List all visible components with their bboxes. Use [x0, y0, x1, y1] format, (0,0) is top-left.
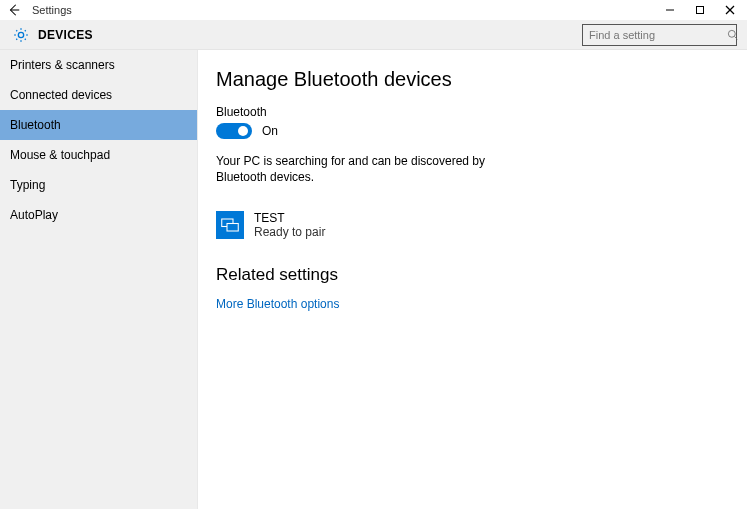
sidebar-item-label: Mouse & touchpad — [10, 148, 110, 162]
window-title: Settings — [32, 4, 72, 16]
sidebar-item-label: AutoPlay — [10, 208, 58, 222]
device-item[interactable]: TEST Ready to pair — [216, 211, 729, 239]
header-bar: DEVICES — [0, 20, 747, 50]
titlebar: Settings — [0, 0, 747, 20]
more-bluetooth-options-link[interactable]: More Bluetooth options — [216, 297, 729, 311]
sidebar-item-label: Bluetooth — [10, 118, 61, 132]
toggle-caption: Bluetooth — [216, 105, 729, 119]
bluetooth-toggle[interactable] — [216, 123, 252, 139]
sidebar: Printers & scanners Connected devices Bl… — [0, 50, 198, 509]
sidebar-item-bluetooth[interactable]: Bluetooth — [0, 110, 197, 140]
sidebar-item-mouse-touchpad[interactable]: Mouse & touchpad — [0, 140, 197, 170]
main-content: Manage Bluetooth devices Bluetooth On Yo… — [198, 50, 747, 509]
device-status: Ready to pair — [254, 225, 325, 239]
sidebar-item-typing[interactable]: Typing — [0, 170, 197, 200]
search-icon — [727, 29, 738, 41]
back-button[interactable] — [2, 0, 26, 20]
svg-rect-1 — [697, 7, 704, 14]
svg-point-4 — [728, 30, 735, 37]
device-name: TEST — [254, 211, 325, 225]
maximize-icon — [695, 5, 705, 15]
search-box[interactable] — [582, 24, 737, 46]
minimize-button[interactable] — [655, 0, 685, 20]
header-title: DEVICES — [38, 28, 93, 42]
sidebar-item-printers-scanners[interactable]: Printers & scanners — [0, 50, 197, 80]
device-icon — [216, 211, 244, 239]
window-controls — [655, 0, 745, 20]
svg-rect-7 — [227, 224, 238, 232]
related-heading: Related settings — [216, 265, 729, 285]
close-button[interactable] — [715, 0, 745, 20]
sidebar-item-label: Printers & scanners — [10, 58, 115, 72]
gear-icon — [12, 26, 30, 44]
maximize-button[interactable] — [685, 0, 715, 20]
toggle-state-label: On — [262, 124, 278, 138]
toggle-thumb — [238, 126, 248, 136]
page-heading: Manage Bluetooth devices — [216, 68, 729, 91]
svg-line-5 — [735, 37, 738, 40]
search-input[interactable] — [589, 29, 727, 41]
sidebar-item-connected-devices[interactable]: Connected devices — [0, 80, 197, 110]
status-text: Your PC is searching for and can be disc… — [216, 153, 496, 185]
sidebar-item-autoplay[interactable]: AutoPlay — [0, 200, 197, 230]
arrow-left-icon — [7, 3, 21, 17]
sidebar-item-label: Connected devices — [10, 88, 112, 102]
sidebar-item-label: Typing — [10, 178, 45, 192]
minimize-icon — [665, 5, 675, 15]
close-icon — [725, 5, 735, 15]
